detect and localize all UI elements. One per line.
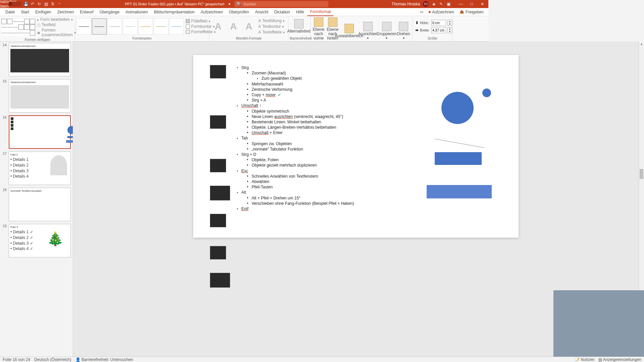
- line-style-7[interactable]: [169, 18, 184, 35]
- shape-gallery[interactable]: [1, 19, 35, 36]
- slide-thumbnails[interactable]: 14 Tastenkombinationen 15 Tastenkombinat…: [0, 42, 73, 274]
- tab-aufzeichnen[interactable]: Aufzeichnen: [198, 8, 225, 16]
- tab-hilfe[interactable]: Hilfe: [293, 8, 307, 16]
- autosave-label: Automatisches Speichern: [1, 2, 6, 6]
- present-icon[interactable]: ▤: [44, 2, 48, 6]
- redo-icon[interactable]: ↻: [37, 2, 42, 6]
- tab-bildschirm[interactable]: Bildschirmpräsentation: [151, 8, 197, 16]
- group-barrierefreiheit: Barrierefreiheit: [290, 36, 309, 41]
- form-bearbeiten-button[interactable]: ▸ Form bearbeiten ▾: [36, 17, 77, 22]
- key-strgd-icon: [210, 186, 230, 200]
- width-input[interactable]: [431, 27, 446, 33]
- maximize-button[interactable]: □: [467, 1, 476, 7]
- title-dropdown-icon[interactable]: ▾: [227, 2, 232, 6]
- search-icon: 🔍: [236, 2, 241, 6]
- collapse-ribbon-button[interactable]: ▭: [418, 9, 425, 15]
- tab-ansicht[interactable]: Ansicht: [252, 8, 271, 16]
- textfuellung-button[interactable]: ATextfüllung ▾: [257, 18, 286, 23]
- aufzeichnen-button[interactable]: Aufzeichnen: [427, 9, 456, 15]
- key-shift-icon: [210, 115, 226, 129]
- pen-icon[interactable]: ✎: [439, 2, 443, 6]
- tab-ueberpruefen[interactable]: Überprüfen: [226, 8, 252, 16]
- diamond-icon[interactable]: ◈: [431, 2, 436, 6]
- drehen-button[interactable]: Drehen ▾: [396, 21, 411, 41]
- thumb-19[interactable]: Fakt 3 • Details 1 ✓• Details 2 ✓• Detai…: [9, 224, 71, 257]
- key-esc-icon: [210, 214, 226, 227]
- zusammen-button[interactable]: ◉ Formen zusammenführen ▾: [36, 27, 77, 38]
- slide-canvas[interactable]: Strg Zoomen (Mausrad) Zum gewählten Obje…: [193, 55, 488, 238]
- thumb-14[interactable]: Tastenkombinationen: [9, 43, 71, 76]
- touch-icon[interactable]: ⇅: [50, 2, 55, 6]
- tab-formformat[interactable]: Formformat: [307, 8, 333, 16]
- thumb-num-16: 16: [2, 115, 7, 149]
- tab-entwurf[interactable]: Entwurf: [77, 8, 96, 16]
- line-style-6[interactable]: [154, 18, 168, 35]
- line-style-gallery[interactable]: [76, 18, 184, 35]
- thumb-num-19: 19: [2, 224, 7, 257]
- shape-circle-small[interactable]: [482, 88, 488, 97]
- height-input[interactable]: [431, 20, 446, 26]
- thumb-17[interactable]: Fakt 2 • Details 1• Details 2• Details 3…: [9, 152, 71, 185]
- line-style-1[interactable]: [76, 18, 91, 35]
- shape-rect-2[interactable]: [427, 185, 488, 198]
- height-spinner[interactable]: ▲▼: [447, 20, 452, 26]
- key-ctrl-icon: [210, 65, 226, 78]
- ebene-vorne-button[interactable]: Ebene nach vorne ▾: [312, 17, 325, 45]
- group-formenarten: Formenarten: [76, 36, 208, 41]
- wordart-style-2[interactable]: A: [226, 19, 241, 34]
- textkontur-button[interactable]: ATextkontur ▾: [257, 24, 286, 29]
- thumb-num-17: 17: [2, 152, 7, 185]
- user-avatar[interactable]: TH: [423, 1, 429, 7]
- thumb-num-15: 15: [2, 79, 7, 113]
- qat-overflow-icon[interactable]: ⁼: [57, 2, 62, 6]
- texteffekte-button[interactable]: ATexteffekte ▾: [257, 29, 286, 35]
- shape-line[interactable]: [435, 139, 484, 148]
- wordart-style-1[interactable]: A: [211, 19, 225, 34]
- thumb-15[interactable]: Tastenkombinationen: [9, 79, 71, 113]
- tab-datei[interactable]: Datei: [3, 8, 17, 16]
- freigeben-button[interactable]: 📤 Freigeben: [458, 9, 486, 15]
- user-name[interactable]: Thomas Hruska: [391, 2, 420, 6]
- document-title[interactable]: PPT 01 Roter Faden 001.pptx • Auf "diese…: [125, 2, 224, 6]
- thumb-num-14: 14: [2, 43, 7, 76]
- thumb-16[interactable]: [9, 115, 71, 149]
- width-spinner[interactable]: ▲▼: [447, 27, 452, 33]
- group-wordart: WordArt-Formate: [211, 36, 287, 41]
- key-alt-icon: [210, 246, 226, 259]
- slide-editor[interactable]: Strg Zoomen (Mausrad) Zum gewählten Obje…: [73, 42, 488, 274]
- undo-icon[interactable]: ↶: [30, 2, 35, 6]
- save-icon[interactable]: 💾: [23, 2, 28, 6]
- close-button[interactable]: ✕: [478, 1, 487, 7]
- tab-einfuegen[interactable]: Einfügen: [33, 8, 54, 16]
- thumb-18[interactable]: Schnelle Textfeld Auswahl: [9, 188, 71, 221]
- ausrichten-button[interactable]: Ausrichten ▾: [359, 21, 377, 41]
- tab-uebergaenge[interactable]: Übergänge: [97, 8, 122, 16]
- group-groesse: Größe: [414, 36, 451, 41]
- tab-zeichnen[interactable]: Zeichnen: [55, 8, 76, 16]
- tab-dictation[interactable]: Dictation: [272, 8, 293, 16]
- height-icon: ⬍: [415, 20, 419, 25]
- height-label: Höhe:: [420, 21, 430, 25]
- textfeld-button[interactable]: ▢ Textfeld: [36, 22, 77, 27]
- shape-rect-1[interactable]: [435, 152, 482, 165]
- auswahlbereich-button[interactable]: Auswahlbereich: [340, 23, 358, 39]
- tab-start[interactable]: Start: [18, 8, 32, 16]
- thumb-num-18: 18: [2, 188, 7, 221]
- tab-animationen[interactable]: Animationen: [123, 8, 151, 16]
- line-style-5[interactable]: [138, 18, 153, 35]
- search-box[interactable]: 🔍: [234, 1, 328, 7]
- gruppieren-button[interactable]: Gruppieren ▾: [378, 21, 396, 41]
- shape-circle-large[interactable]: [441, 92, 474, 124]
- minimize-button[interactable]: —: [456, 1, 466, 7]
- ebene-hinten-button[interactable]: Ebene nach hinten ▾: [326, 17, 339, 45]
- line-style-3[interactable]: [107, 18, 122, 35]
- line-style-2[interactable]: [92, 18, 107, 35]
- width-icon: ⬌: [415, 28, 419, 33]
- line-style-4[interactable]: [123, 18, 138, 35]
- window-icon[interactable]: ▣: [446, 2, 451, 6]
- search-input[interactable]: [244, 2, 326, 6]
- key-tab-icon: [210, 159, 226, 172]
- wordart-style-3[interactable]: A: [241, 19, 256, 34]
- alternativtext-button[interactable]: Alternativtext: [290, 18, 308, 34]
- autosave-toggle[interactable]: [8, 2, 21, 6]
